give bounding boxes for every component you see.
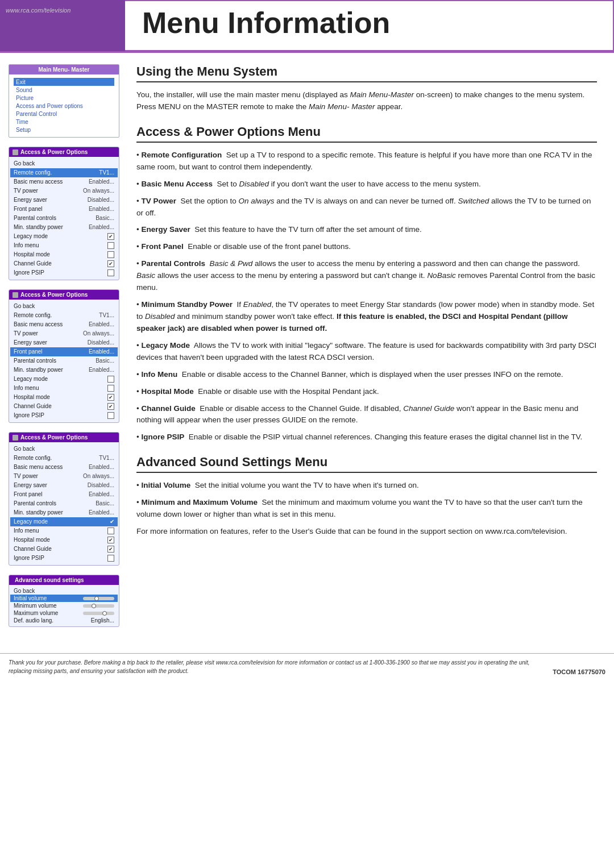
list-item: Energy saverDisabled... bbox=[10, 196, 118, 205]
list-item: Energy saverDisabled... bbox=[10, 481, 118, 490]
list-item: Legacy mode✔ bbox=[10, 232, 118, 241]
adv-sound-panel: Advanced sound settings Go back Initial … bbox=[9, 575, 119, 627]
list-item: Basic menu accessEnabled... bbox=[10, 463, 118, 472]
list-item: Energy saverDisabled... bbox=[10, 338, 118, 347]
bullet-min-standby: • Minimum Standby Power If Enabled, the … bbox=[136, 299, 597, 335]
list-item: TV powerOn always... bbox=[10, 329, 118, 338]
main-menu-panel: Main Menu- Master Exit Sound Picture Acc… bbox=[9, 64, 119, 138]
bullet-energy-saver: • Energy Saver Set this feature to have … bbox=[136, 224, 597, 236]
checkbox bbox=[107, 528, 114, 534]
main-menu-body: Exit Sound Picture Access and Power opti… bbox=[9, 74, 119, 137]
footer-code: TOCOM 16775070 bbox=[541, 668, 605, 675]
list-item: Sound bbox=[14, 86, 114, 94]
list-item: Remote config.TV1... bbox=[10, 454, 118, 463]
checkbox bbox=[107, 376, 114, 383]
bullet-parental: • Parental Controls Basic & Pwd allows t… bbox=[136, 258, 597, 294]
slider bbox=[83, 604, 114, 608]
access-power-panel-3: Access & Power Options Go back Remote co… bbox=[9, 432, 119, 566]
list-item: Hospital mode bbox=[10, 250, 118, 259]
bullet-ignore-psip: • Ignore PSIP Enable or disable the PSIP… bbox=[136, 431, 597, 443]
list-item: Go back bbox=[10, 159, 118, 168]
checkbox: ✔ bbox=[107, 260, 114, 267]
bullet-info-menu: • Info Menu Enable or disable access to … bbox=[136, 369, 597, 381]
list-item: Basic menu accessEnabled... bbox=[10, 320, 118, 329]
list-item: Exit bbox=[14, 78, 114, 86]
checkbox bbox=[107, 555, 114, 562]
checkbox: ✔ bbox=[107, 546, 114, 553]
list-item: Channel Guide✔ bbox=[10, 259, 118, 268]
header-right-panel: Menu Information bbox=[125, 0, 614, 51]
list-item: Go back bbox=[10, 587, 118, 595]
panel-2-body: Go back Remote config.TV1... Basic menu … bbox=[9, 300, 119, 422]
list-item: Info menu bbox=[10, 241, 118, 250]
header-url: www.rca.com/television bbox=[6, 7, 70, 14]
bullet-legacy-mode: • Legacy Mode Allows the TV to work with… bbox=[136, 340, 597, 364]
list-item: TV powerOn always... bbox=[10, 472, 118, 481]
list-item: Parental controlsBasic... bbox=[10, 214, 118, 223]
list-item: Channel Guide✔ bbox=[10, 402, 118, 411]
list-item: Maximum volume bbox=[10, 609, 118, 617]
list-item: Min. standby powerEnabled... bbox=[10, 223, 118, 232]
checkbox bbox=[107, 242, 114, 249]
bullet-tv-power: • TV Power Set the option to On always a… bbox=[136, 196, 597, 219]
list-item: Remote config.TV1... bbox=[10, 311, 118, 320]
list-item: Basic menu accessEnabled... bbox=[10, 177, 118, 186]
list-item: Front panelEnabled... bbox=[10, 205, 118, 214]
section-heading-adv-sound: Advanced Sound Settings Menu bbox=[136, 455, 597, 473]
list-item: Picture bbox=[14, 94, 114, 102]
footer-text: Thank you for your purchase. Before maki… bbox=[9, 658, 541, 675]
checkbox bbox=[107, 251, 114, 258]
list-item: Hospital mode✔ bbox=[10, 535, 118, 545]
list-item: Minimum volume bbox=[10, 602, 118, 609]
bullet-basic-menu: • Basic Menu Access Set to Disabled if y… bbox=[136, 178, 597, 190]
checkbox bbox=[107, 269, 114, 276]
checkbox: ✔ bbox=[107, 403, 114, 410]
section-heading-access-power: Access & Power Options Menu bbox=[136, 124, 597, 143]
list-item: Setup bbox=[14, 126, 114, 134]
slider bbox=[83, 612, 114, 615]
list-item: Hospital mode✔ bbox=[10, 393, 118, 402]
panel-icon bbox=[13, 149, 18, 155]
list-item: Info menu bbox=[10, 526, 118, 535]
list-item: Front panelEnabled... bbox=[10, 490, 118, 499]
bullet-front-panel: • Front Panel Enable or disable use of t… bbox=[136, 241, 597, 253]
adv-sound-closing: For more information on features, refer … bbox=[136, 526, 597, 538]
list-item: Parental Control bbox=[14, 110, 114, 118]
checkbox: ✔ bbox=[107, 394, 114, 401]
panel-1-body: Go back Remote config.TV1... Basic menu … bbox=[9, 157, 119, 280]
list-item: Legacy mode✔ bbox=[10, 517, 118, 526]
panel-3-body: Go back Remote config.TV1... Basic menu … bbox=[9, 442, 119, 565]
left-column: Main Menu- Master Exit Sound Picture Acc… bbox=[0, 64, 125, 636]
panel-1-title-text: Access & Power Options bbox=[20, 149, 88, 155]
list-item: Front panelEnabled... bbox=[10, 347, 118, 356]
panel-3-title-text: Access & Power Options bbox=[20, 434, 88, 441]
checkbox bbox=[107, 385, 114, 392]
list-item: TV powerOn always... bbox=[10, 186, 118, 196]
checkbox: ✔ bbox=[107, 537, 114, 543]
list-item: Ignore PSIP bbox=[10, 411, 118, 420]
bullet-remote-config: • Remote Configuration Set up a TV to re… bbox=[136, 149, 597, 173]
header-left-panel: www.rca.com/television bbox=[0, 0, 125, 51]
bullet-hospital-mode: • Hospital Mode Enable or disable use wi… bbox=[136, 386, 597, 398]
bullet-initial-volume: • Initial Volume Set the initial volume … bbox=[136, 480, 597, 492]
panel-1-title: Access & Power Options bbox=[9, 147, 119, 157]
panel-2-title: Access & Power Options bbox=[9, 290, 119, 300]
adv-panel-body: Go back Initial volume Minimum volume Ma… bbox=[9, 585, 119, 626]
checkbox: ✔ bbox=[107, 233, 114, 240]
list-item: Go back bbox=[10, 302, 118, 311]
main-content: Main Menu- Master Exit Sound Picture Acc… bbox=[0, 64, 614, 647]
list-item: Parental controlsBasic... bbox=[10, 356, 118, 366]
access-power-panel-1: Access & Power Options Go back Remote co… bbox=[9, 147, 119, 280]
list-item: Parental controlsBasic... bbox=[10, 499, 118, 508]
adv-panel-title: Advanced sound settings bbox=[9, 575, 119, 585]
list-item: Min. standby powerEnabled... bbox=[10, 508, 118, 517]
footer: Thank you for your purchase. Before maki… bbox=[0, 653, 614, 679]
list-item: Def. audio lang.English... bbox=[10, 617, 118, 624]
panel-icon bbox=[13, 435, 18, 441]
bullet-min-max-volume: • Minimum and Maximum Volume Set the min… bbox=[136, 497, 597, 521]
list-item: Time bbox=[14, 118, 114, 126]
list-item: Remote config.TV1... bbox=[10, 168, 118, 177]
list-item: Access and Power options bbox=[14, 102, 114, 110]
bullet-channel-guide: • Channel Guide Enable or disable access… bbox=[136, 403, 597, 427]
list-item: Go back bbox=[10, 445, 118, 454]
